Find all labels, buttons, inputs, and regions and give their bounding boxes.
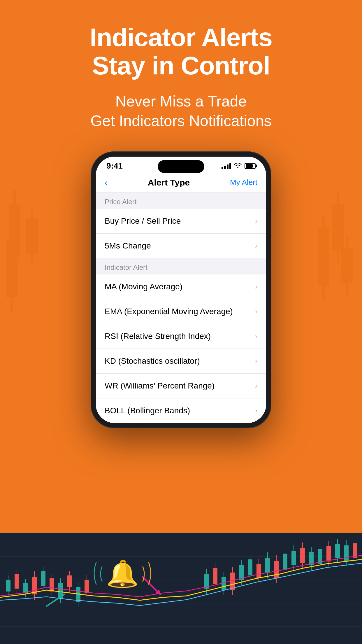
- svg-rect-38: [50, 578, 54, 592]
- my-alert-button[interactable]: My Alert: [230, 178, 257, 187]
- sub-title: Never Miss a Trade Get Indicators Notifi…: [0, 92, 362, 131]
- 5ms-change-item[interactable]: 5Ms Change ›: [96, 234, 266, 258]
- ma-label: MA (Moving Average): [105, 282, 182, 291]
- chevron-icon: ›: [255, 217, 257, 225]
- svg-rect-83: [291, 551, 296, 565]
- trading-chart: 🔔: [0, 533, 362, 644]
- svg-rect-101: [344, 545, 349, 561]
- bell-icon: 🔔: [106, 558, 139, 589]
- main-title: Indicator Alerts Stay in Control: [0, 23, 362, 80]
- phone-screen: 9:41: [96, 157, 266, 423]
- svg-rect-35: [41, 571, 45, 586]
- wr-item[interactable]: WR (Williams' Percent Range) ›: [96, 374, 266, 398]
- nav-bar: ‹ Alert Type My Alert: [96, 173, 266, 192]
- phone-frame: 9:41: [91, 151, 271, 428]
- kd-label: KD (Stochastics oscillator): [105, 356, 200, 366]
- svg-rect-29: [23, 583, 28, 593]
- bottom-chart-panel: 🔔: [0, 533, 362, 644]
- indicator-alert-header: Indicator Alert: [96, 258, 266, 274]
- svg-rect-80: [283, 554, 287, 570]
- svg-rect-68: [248, 559, 252, 575]
- battery-icon: [245, 163, 256, 169]
- price-alert-section: Buy Price / Sell Price › 5Ms Change ›: [96, 209, 266, 258]
- svg-rect-71: [256, 564, 261, 578]
- boll-label: BOLL (Bollinger Bands): [105, 406, 190, 415]
- svg-rect-26: [15, 574, 19, 589]
- nav-title: Alert Type: [148, 178, 190, 188]
- status-icons: [222, 162, 256, 170]
- phone-mockup: 9:41: [0, 151, 362, 428]
- rsi-label: RSI (Relative Strength Index): [105, 332, 211, 341]
- indicator-alert-section: MA (Moving Average) › EMA (Exponential M…: [96, 274, 266, 423]
- list-content: Price Alert Buy Price / Sell Price › 5Ms…: [96, 192, 266, 423]
- svg-rect-95: [326, 546, 331, 561]
- svg-rect-50: [85, 580, 89, 593]
- svg-rect-56: [213, 568, 217, 584]
- status-time: 9:41: [106, 161, 123, 171]
- kd-item[interactable]: KD (Stochastics oscillator) ›: [96, 349, 266, 374]
- wifi-icon: [234, 162, 242, 170]
- price-alert-header: Price Alert: [96, 192, 266, 209]
- ema-item[interactable]: EMA (Exponential Moving Average) ›: [96, 299, 266, 324]
- svg-rect-98: [335, 544, 340, 558]
- svg-rect-44: [67, 575, 72, 587]
- svg-rect-74: [265, 558, 270, 573]
- 5ms-change-label: 5Ms Change: [105, 241, 151, 251]
- chevron-icon: ›: [255, 357, 257, 365]
- chevron-icon: ›: [255, 407, 257, 415]
- chevron-icon: ›: [255, 307, 257, 316]
- ema-label: EMA (Exponential Moving Average): [105, 307, 233, 316]
- chevron-icon: ›: [255, 283, 257, 291]
- back-button[interactable]: ‹: [105, 178, 108, 188]
- chevron-icon: ›: [255, 332, 257, 340]
- signal-icon: [222, 163, 231, 169]
- svg-rect-86: [300, 548, 305, 563]
- rsi-item[interactable]: RSI (Relative Strength Index) ›: [96, 324, 266, 349]
- boll-item[interactable]: BOLL (Bollinger Bands) ›: [96, 398, 266, 423]
- wr-label: WR (Williams' Percent Range): [105, 381, 215, 391]
- ma-item[interactable]: MA (Moving Average) ›: [96, 274, 266, 299]
- buy-sell-price-item[interactable]: Buy Price / Sell Price ›: [96, 209, 266, 234]
- header-section: Indicator Alerts Stay in Control Never M…: [0, 0, 362, 146]
- chevron-icon: ›: [255, 382, 257, 390]
- svg-rect-18: [0, 533, 362, 644]
- svg-rect-23: [6, 580, 10, 592]
- status-bar: 9:41: [96, 157, 266, 173]
- chevron-icon: ›: [255, 242, 257, 250]
- buy-sell-price-label: Buy Price / Sell Price: [105, 216, 181, 226]
- dynamic-island: [158, 160, 204, 173]
